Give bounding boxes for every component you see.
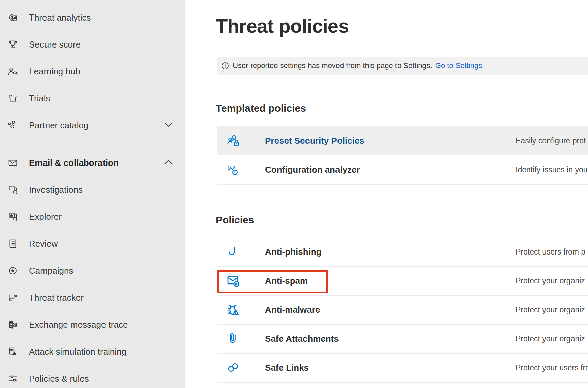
- row-description: Protect users from p: [516, 247, 585, 257]
- trophy-icon: [7, 38, 19, 51]
- row-label[interactable]: Anti-phishing: [265, 247, 322, 257]
- sidebar-item-learning-hub[interactable]: Learning hub: [0, 58, 185, 85]
- row-description: Protect your organiz: [516, 305, 585, 315]
- trials-icon: [7, 92, 19, 105]
- anti-spam-envelope-icon: [225, 273, 241, 289]
- row-anti-malware[interactable]: Anti-malware Protect your organiz: [217, 295, 588, 325]
- sidebar-item-label: Campaigns: [29, 266, 74, 276]
- sliders-icon: [7, 372, 19, 385]
- row-description: Protect your organiz: [516, 334, 585, 344]
- sidebar-item-campaigns[interactable]: Campaigns: [0, 257, 185, 284]
- row-label[interactable]: Safe Links: [265, 363, 309, 373]
- threat-tracker-icon: [7, 292, 19, 304]
- sidebar-item-explorer[interactable]: Explorer: [0, 203, 185, 230]
- sidebar-item-secure-score[interactable]: Secure score: [0, 31, 185, 58]
- partner-catalog-icon: [7, 119, 19, 131]
- sidebar-item-investigations[interactable]: Investigations: [0, 176, 185, 203]
- row-preset-security-policies[interactable]: Preset Security Policies Easily configur…: [217, 126, 588, 155]
- paperclip-icon: [225, 331, 241, 347]
- row-anti-spam[interactable]: Anti-spam Protect your organiz: [217, 266, 588, 296]
- chain-links-icon: [225, 360, 241, 376]
- row-label[interactable]: Configuration analyzer: [265, 165, 360, 175]
- sidebar-item-label: Trials: [29, 93, 50, 104]
- sidebar-item-label: Review: [29, 239, 58, 249]
- info-banner: User reported settings has moved from th…: [217, 57, 588, 75]
- row-anti-phishing[interactable]: Anti-phishing Protect users from p: [217, 237, 588, 267]
- campaigns-icon: [7, 265, 19, 277]
- row-configuration-analyzer[interactable]: Configuration analyzer Identify issues i…: [217, 155, 588, 185]
- sidebar-item-label: Investigations: [29, 185, 83, 195]
- section-heading-policies: Policies: [216, 214, 254, 226]
- go-to-settings-link[interactable]: Go to Settings: [435, 61, 482, 70]
- row-label[interactable]: Preset Security Policies: [265, 136, 364, 146]
- page-title: Threat policies: [216, 15, 349, 37]
- email-icon: [7, 157, 19, 169]
- row-label[interactable]: Anti-malware: [265, 305, 320, 315]
- sidebar-item-label: Threat tracker: [29, 293, 84, 303]
- sidebar-item-label: Email & collaboration: [29, 158, 119, 168]
- attack-simulation-icon: [7, 346, 19, 358]
- row-description: Easily configure prot: [516, 136, 586, 145]
- sidebar-item-partner-catalog[interactable]: Partner catalog: [0, 112, 185, 139]
- anti-phishing-hook-icon: [225, 244, 241, 260]
- row-label[interactable]: Safe Attachments: [265, 334, 339, 344]
- explorer-icon: [7, 211, 19, 223]
- sidebar-item-label: Explorer: [29, 212, 62, 222]
- preset-security-policies-icon: [225, 132, 241, 149]
- threat-analytics-icon: [7, 11, 19, 24]
- row-description: Protect your organiz: [516, 276, 585, 286]
- row-description: Protect your users fro: [516, 363, 588, 372]
- sidebar: Threat analytics Secure score: [0, 0, 185, 388]
- sidebar-item-exchange-message-trace[interactable]: Exchange message trace: [0, 311, 185, 338]
- configuration-analyzer-icon: [225, 161, 241, 178]
- sidebar-item-review[interactable]: Review: [0, 230, 185, 257]
- info-icon: [221, 62, 229, 70]
- row-safe-attachments[interactable]: Safe Attachments Protect your organiz: [217, 324, 588, 354]
- sidebar-item-threat-analytics[interactable]: Threat analytics: [0, 4, 185, 31]
- sidebar-item-threat-tracker[interactable]: Threat tracker: [0, 284, 185, 311]
- main-content: Threat policies User reported settings h…: [185, 0, 588, 388]
- sidebar-item-label: Learning hub: [29, 66, 80, 77]
- anti-malware-bug-icon: [225, 302, 241, 318]
- sidebar-item-label: Partner catalog: [29, 120, 88, 131]
- banner-message: User reported settings has moved from th…: [233, 61, 432, 70]
- section-heading-templated-policies: Templated policies: [216, 102, 306, 114]
- sidebar-item-trials[interactable]: Trials: [0, 85, 185, 112]
- sidebar-item-email-collaboration[interactable]: Email & collaboration: [0, 149, 185, 176]
- row-safe-links[interactable]: Safe Links Protect your users fro: [217, 353, 588, 383]
- review-icon: [7, 238, 19, 250]
- learning-hub-icon: [7, 65, 19, 78]
- chevron-up-icon[interactable]: [164, 160, 173, 166]
- sidebar-item-label: Secure score: [29, 39, 81, 50]
- exchange-icon: [7, 319, 19, 331]
- sidebar-item-policies-rules[interactable]: Policies & rules: [0, 365, 185, 388]
- sidebar-item-label: Exchange message trace: [29, 320, 128, 330]
- sidebar-item-attack-simulation-training[interactable]: Attack simulation training: [0, 338, 185, 365]
- sidebar-item-label: Threat analytics: [29, 12, 91, 23]
- chevron-down-icon[interactable]: [164, 122, 173, 128]
- row-description: Identify issues in you: [516, 165, 588, 174]
- sidebar-item-label: Attack simulation training: [29, 347, 126, 357]
- sidebar-divider: [6, 145, 175, 145]
- sidebar-item-label: Policies & rules: [29, 374, 89, 384]
- investigations-icon: [7, 184, 19, 196]
- row-label[interactable]: Anti-spam: [265, 276, 308, 286]
